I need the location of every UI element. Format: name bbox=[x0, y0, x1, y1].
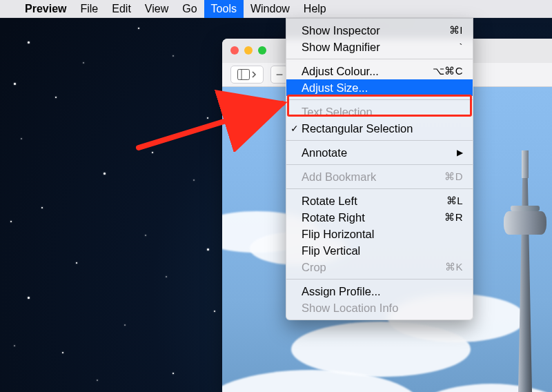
zoom-button[interactable] bbox=[258, 46, 266, 55]
menu-item-adjust-size[interactable]: Adjust Size... bbox=[286, 79, 473, 96]
menu-edit[interactable]: Edit bbox=[105, 0, 138, 18]
menu-item-flip-horizontal[interactable]: Flip Horizontal bbox=[286, 226, 473, 242]
menu-item-label: Text Selection bbox=[302, 106, 373, 119]
menu-separator bbox=[286, 279, 473, 280]
menu-item-label: Annotate bbox=[302, 146, 347, 159]
menu-item-label: Show Magnifier bbox=[302, 41, 380, 54]
menu-item-shortcut: ⌘R bbox=[444, 211, 463, 224]
menu-item-label: Add Bookmark bbox=[302, 170, 376, 184]
menu-help[interactable]: Help bbox=[297, 0, 333, 18]
menu-item-label: Crop bbox=[302, 261, 326, 274]
menu-item-annotate[interactable]: Annotate▶ bbox=[286, 144, 473, 161]
sidebar-toggle-button[interactable] bbox=[230, 66, 264, 84]
menu-item-label: Rotate Right bbox=[302, 211, 365, 224]
menu-item-shortcut: ⌥⌘C bbox=[433, 65, 463, 77]
menu-item-shortcut: ⌘D bbox=[444, 170, 463, 183]
menu-item-text-selection: Text Selection bbox=[286, 104, 473, 120]
submenu-arrow-icon: ▶ bbox=[457, 148, 463, 157]
menu-item-label: Adjust Colour... bbox=[302, 65, 379, 78]
menu-bar: Preview File Edit View Go Tools Window H… bbox=[0, 0, 552, 18]
menu-item-flip-vertical[interactable]: Flip Vertical bbox=[286, 242, 473, 259]
menu-item-rotate-left[interactable]: Rotate Left⌘L bbox=[286, 193, 473, 209]
menu-item-label: Rotate Left bbox=[302, 195, 357, 208]
menu-tools[interactable]: Tools bbox=[204, 0, 244, 18]
menu-item-label: Assign Profile... bbox=[302, 285, 381, 298]
menu-item-show-magnifier[interactable]: Show Magnifier` bbox=[286, 39, 473, 55]
sky-tower bbox=[498, 150, 552, 392]
check-icon: ✓ bbox=[290, 123, 299, 134]
menu-item-shortcut: ` bbox=[460, 41, 464, 53]
menu-item-label: Show Location Info bbox=[302, 302, 398, 315]
menu-item-label: Show Inspector bbox=[302, 24, 380, 37]
menu-item-assign-profile[interactable]: Assign Profile... bbox=[286, 283, 473, 300]
menu-file[interactable]: File bbox=[73, 0, 105, 18]
menu-item-shortcut: ⌘I bbox=[449, 24, 463, 37]
menu-app[interactable]: Preview bbox=[18, 0, 73, 18]
close-button[interactable] bbox=[230, 46, 239, 55]
menu-item-rectangular-selection[interactable]: ✓Rectangular Selection bbox=[286, 120, 473, 137]
menu-item-show-inspector[interactable]: Show Inspector⌘I bbox=[286, 22, 473, 39]
menu-item-label: Flip Horizontal bbox=[302, 228, 374, 241]
menu-separator bbox=[286, 59, 473, 59]
menu-separator bbox=[286, 140, 473, 141]
menu-window[interactable]: Window bbox=[244, 0, 297, 18]
menu-separator bbox=[286, 164, 473, 165]
menu-item-shortcut: ⌘L bbox=[446, 195, 463, 207]
svg-rect-0 bbox=[238, 70, 250, 80]
menu-item-label: Adjust Size... bbox=[302, 81, 368, 95]
tools-menu: Show Inspector⌘IShow Magnifier`Adjust Co… bbox=[286, 18, 473, 320]
menu-item-label: Rectangular Selection bbox=[302, 122, 413, 135]
menu-item-rotate-right[interactable]: Rotate Right⌘R bbox=[286, 209, 473, 226]
menu-separator bbox=[286, 99, 473, 100]
traffic-lights bbox=[230, 46, 266, 55]
menu-item-show-location-info: Show Location Info bbox=[286, 300, 473, 316]
menu-separator bbox=[286, 188, 473, 189]
menu-item-shortcut: ⌘K bbox=[445, 261, 463, 273]
menu-view[interactable]: View bbox=[138, 0, 175, 18]
menu-item-crop: Crop⌘K bbox=[286, 259, 473, 275]
menu-item-label: Flip Vertical bbox=[302, 244, 360, 257]
menu-item-adjust-colour[interactable]: Adjust Colour...⌥⌘C bbox=[286, 63, 473, 79]
menu-go[interactable]: Go bbox=[175, 0, 204, 18]
minimize-button[interactable] bbox=[244, 46, 253, 55]
menu-item-add-bookmark: Add Bookmark⌘D bbox=[286, 168, 473, 185]
